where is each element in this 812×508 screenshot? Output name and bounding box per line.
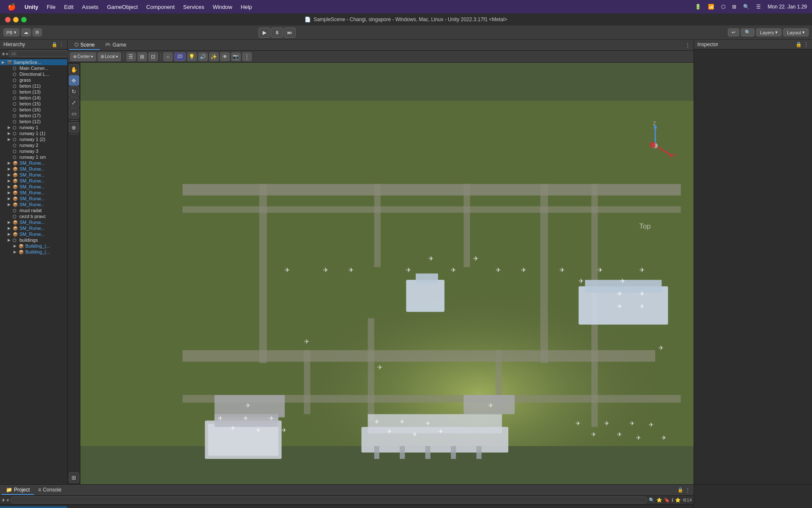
scene-tool2[interactable]: ⊞ xyxy=(137,52,147,61)
scene-tabs-menu[interactable]: ⋮ xyxy=(685,42,690,48)
menu-window[interactable]: Window xyxy=(208,2,236,12)
local-button[interactable]: ⊞ Local ▾ xyxy=(98,52,121,61)
assets-search-input[interactable] xyxy=(11,497,647,503)
cloud-button[interactable]: ☁ xyxy=(21,28,31,36)
layers-dropdown[interactable]: Layers ▾ xyxy=(756,28,782,36)
tree-item-smrunw7[interactable]: ▶ 📦 SM_Runw... xyxy=(0,196,67,202)
menu-help[interactable]: Help xyxy=(236,2,256,12)
menubar-spotlight[interactable]: 🔍 xyxy=(741,4,751,10)
hidden-icon[interactable]: 👁 xyxy=(220,52,230,61)
center-button[interactable]: ⊕ Center ▾ xyxy=(70,52,96,61)
scale-tool[interactable]: ⤢ xyxy=(69,97,79,108)
scene-tool1[interactable]: ☰ xyxy=(126,52,136,61)
bottom-menu-icon[interactable]: ⋮ xyxy=(685,487,690,493)
tree-item-directional[interactable]: ⬡ Directional L... xyxy=(0,71,67,77)
close-button[interactable] xyxy=(5,17,11,22)
tree-item-smrunw4[interactable]: ▶ 📦 SM_Runw... xyxy=(0,178,67,184)
hierarchy-lock-icon[interactable]: 🔒 xyxy=(52,42,58,47)
tree-item-beton14[interactable]: ⬡ beton (14) xyxy=(0,95,67,101)
hand-tool[interactable]: ✋ xyxy=(69,64,79,75)
menu-gameobject[interactable]: GameObject xyxy=(103,2,142,12)
tree-item-smrunw6[interactable]: ▶ 📦 SM_Runw... xyxy=(0,190,67,196)
rotate-tool[interactable]: ↻ xyxy=(69,86,79,97)
play-button[interactable]: ▶ xyxy=(258,28,270,38)
layout-dropdown[interactable]: Layout ▾ xyxy=(783,28,809,36)
tree-item-smrunw1[interactable]: ▶ 📦 SM_Runw... xyxy=(0,160,67,166)
account-dropdown[interactable]: PB ▾ xyxy=(3,28,19,36)
hierarchy-add-icon[interactable]: + xyxy=(2,50,5,57)
tree-item-beton17[interactable]: ⬡ beton (17) xyxy=(0,113,67,119)
menu-services[interactable]: Services xyxy=(179,2,208,12)
assets-toolbar-icon2[interactable]: ⭐ xyxy=(656,497,662,503)
assets-toolbar-icon5[interactable]: ⭐ xyxy=(675,497,681,503)
tree-item-runway3[interactable]: ⬡ runway 3 xyxy=(0,148,67,154)
assets-add-icon[interactable]: + xyxy=(2,497,5,503)
tree-item-smrunw3[interactable]: ▶ 📦 SM_Runw... xyxy=(0,172,67,178)
menu-component[interactable]: Component xyxy=(142,2,179,12)
menu-edit[interactable]: Edit xyxy=(60,2,77,12)
tree-item-runway1sm[interactable]: ⬡ runway 1 sm xyxy=(0,154,67,160)
tree-item-beton13[interactable]: ⬡ beton (13) xyxy=(0,89,67,95)
minimize-button[interactable] xyxy=(13,17,19,22)
settings-button[interactable]: ⚙ xyxy=(33,28,42,36)
light-icon[interactable]: 💡 xyxy=(187,52,197,61)
menubar-controlcenter[interactable]: ⊞ xyxy=(730,4,738,10)
tree-item-building1[interactable]: ▶ 📦 Building_(... xyxy=(0,243,67,249)
tree-item-smrunw8[interactable]: ▶ 📦 SM_Runw... xyxy=(0,202,67,207)
effects-icon[interactable]: ✨ xyxy=(209,52,219,61)
apple-menu[interactable]: 🍎 xyxy=(3,3,20,11)
tree-item-beton11[interactable]: ⬡ beton (11) xyxy=(0,83,67,89)
scene-viewport[interactable]: ✈ ✈ ✈ ✈ ✈ ✈ ✈ ✈ ✈ ✈ ✈ ✈ ✈ ✈ ✈ ✈ xyxy=(80,63,694,484)
menubar-notification[interactable]: ☰ xyxy=(754,4,763,10)
sphere-icon[interactable]: ○ xyxy=(163,52,173,61)
cam-icon[interactable]: 📷 xyxy=(231,52,241,61)
tab-scene[interactable]: ⬡ Scene xyxy=(69,41,100,50)
transform-tool[interactable]: ⊕ xyxy=(69,122,79,133)
move-tool[interactable]: ✥ xyxy=(69,75,79,86)
tab-console[interactable]: ≡ Console xyxy=(34,486,66,495)
scene-tool3[interactable]: ⊡ xyxy=(148,52,158,61)
tree-item-runway1b[interactable]: ▶ ⬡ runway 1 (2) xyxy=(0,136,67,142)
tree-item-runway1[interactable]: ▶ ⬡ runway 1 xyxy=(0,124,67,130)
tree-item-maincamera[interactable]: ⬡ Main Camer... xyxy=(0,65,67,71)
tree-item-smrunw11[interactable]: ▶ 📦 SM_Runw... xyxy=(0,231,67,237)
more-icon[interactable]: ⋮ xyxy=(242,52,252,61)
tree-item-beton16[interactable]: ⬡ beton (16) xyxy=(0,107,67,113)
menu-file[interactable]: File xyxy=(43,2,60,12)
menu-unity[interactable]: Unity xyxy=(20,2,43,12)
bottom-lock-icon[interactable]: 🔒 xyxy=(678,487,683,493)
tree-item-beton12[interactable]: ⬡ beton (12) xyxy=(0,119,67,124)
maximize-button[interactable] xyxy=(21,17,27,22)
tree-item-smrunw10[interactable]: ▶ 📦 SM_Runw... xyxy=(0,225,67,231)
tree-item-muut[interactable]: ⬡ muut radat xyxy=(0,207,67,213)
search-button[interactable]: 🔍 xyxy=(741,28,754,36)
tree-item-smrunw9[interactable]: ▶ 📦 SM_Runw... xyxy=(0,219,67,225)
tree-item-runway1a[interactable]: ▶ ⬡ runway 1 (1) xyxy=(0,130,67,136)
tree-item-cezd[interactable]: ⬡ cezd b pravc xyxy=(0,213,67,219)
tree-item-samplescene[interactable]: ▶ 🎬 SampleSce... xyxy=(0,59,67,65)
folder-assets[interactable]: ▾ 📁 Assets xyxy=(0,506,67,508)
tree-item-smrunw5[interactable]: ▶ 📦 SM_Runw... xyxy=(0,184,67,190)
inspector-lock-icon[interactable]: 🔒 xyxy=(796,41,802,47)
tree-item-grass[interactable]: ⬡ grass xyxy=(0,77,67,83)
tree-item-building2[interactable]: ▶ 📦 Building_(... xyxy=(0,249,67,255)
tree-item-buildings[interactable]: ▶ ⬡ buildings xyxy=(0,237,67,243)
tree-item-beton15[interactable]: ⬡ beton (15) xyxy=(0,101,67,107)
custom-tool[interactable]: ⊞ xyxy=(69,472,79,483)
undo-button[interactable]: ↩ xyxy=(728,28,739,36)
rect-tool[interactable]: ▭ xyxy=(69,108,79,119)
tree-item-smrunw2[interactable]: ▶ 📦 SM_Runw... xyxy=(0,166,67,172)
assets-toolbar-icon4[interactable]: ℹ xyxy=(672,497,673,503)
tree-item-runway2[interactable]: ⬡ runway 2 xyxy=(0,142,67,148)
hierarchy-menu-icon[interactable]: ⋮ xyxy=(59,42,64,47)
menu-assets[interactable]: Assets xyxy=(78,2,103,12)
step-button[interactable]: ⏭ xyxy=(284,28,296,38)
assets-toolbar-icon3[interactable]: 🔖 xyxy=(664,497,670,503)
assets-toolbar-icon1[interactable]: 🔍 xyxy=(649,497,655,503)
audio-icon[interactable]: 🔊 xyxy=(198,52,208,61)
2d-button[interactable]: 2D xyxy=(174,52,186,61)
pause-button[interactable]: ⏸ xyxy=(271,28,283,38)
tab-game[interactable]: 🎮 Game xyxy=(100,41,132,50)
inspector-menu-icon[interactable]: ⋮ xyxy=(804,41,809,47)
tab-project[interactable]: 📁 Project xyxy=(2,486,34,495)
